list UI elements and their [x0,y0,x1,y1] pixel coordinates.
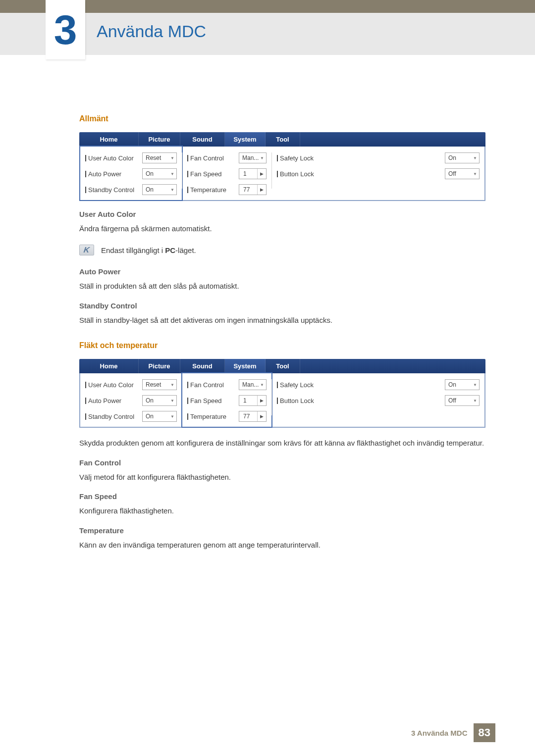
select-button-lock[interactable]: Off▼ [445,168,480,179]
tab-tool[interactable]: Tool [266,132,300,147]
note-bold: PC [165,246,175,254]
select-standby-control[interactable]: On▼ [142,411,177,422]
row-button-lock: Button Lock Off▼ [277,395,480,406]
text-button-lock: Button Lock [280,397,314,404]
spinner-value: 1 [243,170,247,177]
caret-down-icon: ▼ [170,414,174,419]
label-bar-icon [85,155,86,161]
text-fan-control: Fan Control [190,381,224,389]
chapter-number-box: 3 [46,0,85,59]
label-bar-icon [187,155,188,161]
select-user-auto-color[interactable]: Reset▼ [142,379,177,390]
text-temperature: Temperature [190,186,226,194]
tab-sound[interactable]: Sound [180,132,225,147]
note-suffix: -läget. [175,246,196,254]
text-safety-lock: Safety Lock [280,381,314,389]
tab-picture[interactable]: Picture [139,359,180,373]
text-auto-power: Auto Power [88,170,121,178]
subhead-ap: Auto Power [79,267,485,276]
select-standby-control[interactable]: On▼ [142,184,177,195]
text-fc: Välj metod för att konfigurera fläkthast… [79,471,485,484]
caret-down-icon: ▼ [170,383,174,387]
select-value: Off [448,397,456,404]
select-value: Reset [146,154,161,161]
text-temperature: Temperature [190,413,226,420]
label-bar-icon [187,187,188,193]
row-fan-speed: Fan Speed 1▶ [187,395,267,406]
tab-system[interactable]: System [225,359,266,373]
caret-down-icon: ▼ [473,399,477,403]
label-bar-icon [187,413,188,420]
panel-col-general-highlight: User Auto Color Reset▼ Auto Power On▼ St… [80,147,182,200]
text-user-auto-color: User Auto Color [88,154,134,162]
label-temperature: Temperature [187,186,226,194]
row-standby-control: Standby Control On▼ [85,184,177,195]
select-value: On [146,170,154,177]
row-safety-lock: Safety Lock On▼ [277,152,480,163]
spinner-fan-speed[interactable]: 1▶ [239,395,267,406]
row-button-lock: Button Lock Off▼ [277,168,480,179]
note-prefix: Endast tillgängligt i [101,246,165,254]
label-fan-control: Fan Control [187,154,224,162]
panel-col-lock: Safety Lock On▼ Button Lock Off▼ [272,147,484,200]
spinner-temperature[interactable]: 77▶ [239,184,267,195]
caret-down-icon: ▼ [170,399,174,403]
note-icon: K [79,245,94,255]
label-bar-icon [277,171,278,177]
settings-panel-general: Home Picture Sound System Tool User Auto… [79,132,485,201]
spinner-value: 77 [243,186,250,193]
section-heading-general: Allmänt [79,114,485,123]
text-safety-lock: Safety Lock [280,154,314,162]
row-auto-power: Auto Power On▼ [85,395,177,406]
spin-up-icon[interactable]: ▶ [257,169,266,179]
row-user-auto-color: User Auto Color Reset▼ [85,379,177,390]
caret-down-icon: ▼ [170,188,174,192]
spinner-fan-speed[interactable]: 1▶ [239,168,267,179]
tab-tool[interactable]: Tool [266,359,300,373]
select-user-auto-color[interactable]: Reset▼ [142,152,177,163]
select-auto-power[interactable]: On▼ [142,395,177,406]
select-auto-power[interactable]: On▼ [142,168,177,179]
tab-sound[interactable]: Sound [180,359,225,373]
label-standby-control: Standby Control [85,186,134,194]
row-temperature: Temperature 77▶ [187,184,267,195]
label-standby-control: Standby Control [85,413,134,420]
spinner-value: 1 [243,397,247,404]
tab-system[interactable]: System [225,132,266,147]
select-button-lock[interactable]: Off▼ [445,395,480,406]
label-bar-icon [85,413,86,420]
spin-up-icon[interactable]: ▶ [257,185,266,195]
text-auto-power: Auto Power [88,397,121,404]
tab-home[interactable]: Home [79,359,139,373]
label-auto-power: Auto Power [85,170,121,178]
chapter-header: 3 Använda MDC [0,13,535,55]
spin-up-icon[interactable]: ▶ [257,411,266,421]
text-standby-control: Standby Control [88,186,134,194]
row-user-auto-color: User Auto Color Reset▼ [85,152,177,163]
label-safety-lock: Safety Lock [277,381,314,389]
page-number: 83 [474,723,495,742]
chapter-title: Använda MDC [97,22,206,41]
caret-down-icon: ▼ [473,172,477,176]
select-safety-lock[interactable]: On▼ [445,379,480,390]
text-sc: Ställ in standby-läget så att det aktive… [79,314,485,327]
section-heading-fan: Fläkt och temperatur [79,341,485,350]
tab-home[interactable]: Home [79,132,139,147]
select-fan-control[interactable]: Man...▼ [239,152,267,163]
tab-bar: Home Picture Sound System Tool [79,132,485,147]
caret-down-icon: ▼ [170,172,174,176]
subhead-uac: User Auto Color [79,210,485,218]
spinner-value: 77 [243,413,250,420]
spinner-temperature[interactable]: 77▶ [239,411,267,422]
subhead-fc: Fan Control [79,458,485,467]
select-safety-lock[interactable]: On▼ [445,152,480,163]
label-temperature: Temperature [187,413,226,420]
panel-col-fan: Fan Control Man...▼ Fan Speed 1▶ Tempera… [182,147,271,200]
label-bar-icon [85,171,86,177]
caret-down-icon: ▼ [473,156,477,160]
spin-up-icon[interactable]: ▶ [257,396,266,405]
select-fan-control[interactable]: Man...▼ [239,379,267,390]
panel-body: User Auto Color Reset▼ Auto Power On▼ St… [79,147,485,201]
label-fan-speed: Fan Speed [187,170,222,178]
tab-picture[interactable]: Picture [139,132,180,147]
